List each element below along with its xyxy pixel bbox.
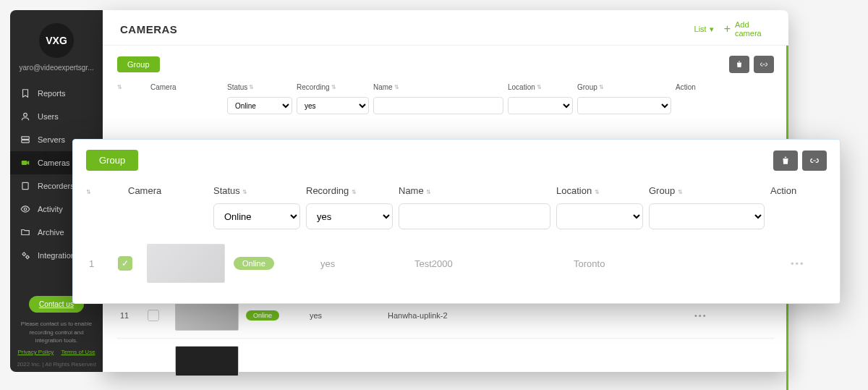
terms-link[interactable]: Terms of Use	[61, 349, 95, 355]
sort-icon[interactable]: ⇅	[678, 189, 683, 195]
sort-icon[interactable]: ⇅	[595, 189, 600, 195]
col-group: Group	[577, 83, 597, 91]
svg-point-6	[23, 253, 26, 256]
user-email: yaro@videoexpertsgr...	[10, 64, 103, 82]
recorder-icon	[20, 181, 30, 191]
sort-icon[interactable]: ⇅	[242, 189, 247, 195]
ov-col-status: Status	[213, 185, 240, 196]
list-view-button[interactable]: List ▾	[694, 25, 714, 34]
ov-col-camera: Camera	[128, 185, 161, 196]
overlay-panel: Group ⇅ Camera Status ⇅ Recording ⇅ Name…	[72, 139, 841, 304]
overlay-group-filter[interactable]	[649, 203, 765, 229]
group-button[interactable]: Group	[117, 56, 160, 72]
overlay-column-headers: ⇅ Camera Status ⇅ Recording ⇅ Name ⇅ Loc…	[86, 182, 827, 199]
folder-icon	[20, 227, 30, 237]
overlay-delete-button[interactable]	[773, 151, 798, 171]
col-status: Status	[227, 83, 247, 91]
overlay-table-row: 1 ✓ Online yes Test2000 Toronto •••	[86, 234, 827, 293]
ov-camera-thumbnail[interactable]	[147, 244, 225, 283]
sort-icon[interactable]: ⇅	[426, 189, 431, 195]
overlay-link-button[interactable]	[802, 151, 827, 171]
eye-icon	[20, 204, 30, 214]
status-filter[interactable]: Online	[227, 97, 292, 114]
filter-row: Online yes	[117, 94, 774, 117]
delete-button[interactable]	[729, 56, 749, 73]
sort-icon[interactable]: ⇅	[394, 84, 399, 90]
row-recording: yes	[310, 311, 382, 320]
bookmark-icon	[20, 88, 30, 98]
footer-links: Privacy Policy Terms of Use	[10, 347, 103, 357]
col-camera: Camera	[150, 83, 176, 91]
svg-point-5	[24, 208, 27, 211]
sidebar-item-label: Reports	[38, 89, 66, 98]
sidebar-item-reports[interactable]: Reports	[10, 82, 103, 105]
add-label: Add camera	[735, 20, 771, 38]
brand-logo: VXG	[39, 23, 74, 58]
ov-col-group: Group	[649, 185, 675, 196]
overlay-location-filter[interactable]	[556, 203, 643, 229]
svg-point-0	[24, 113, 27, 116]
ov-row-actions-menu[interactable]: •••	[791, 258, 834, 269]
overlay-group-button[interactable]: Group	[86, 150, 138, 171]
sort-icon[interactable]: ⇅	[537, 84, 542, 90]
sidebar-item-users[interactable]: Users	[10, 105, 103, 128]
page-title: CAMERAS	[120, 23, 177, 35]
table-row	[117, 339, 774, 383]
group-filter[interactable]	[577, 97, 671, 114]
list-label: List	[694, 25, 707, 33]
sidebar-item-label: Servers	[38, 135, 65, 144]
svg-rect-3	[22, 161, 27, 165]
row-checkbox[interactable]	[148, 310, 159, 321]
toolbar: Group	[117, 56, 774, 73]
user-icon	[20, 111, 30, 122]
recording-filter[interactable]: yes	[297, 97, 369, 114]
column-headers: ⇅ Camera Status⇅ Recording⇅ Name⇅ Locati…	[117, 80, 774, 94]
ov-col-name: Name	[399, 185, 424, 196]
sort-icon[interactable]: ⇅	[352, 189, 357, 195]
add-camera-button[interactable]: + Add camera	[724, 20, 771, 38]
ov-row-recording: yes	[320, 258, 407, 269]
ov-row-checkbox[interactable]: ✓	[118, 256, 132, 271]
svg-point-7	[26, 256, 29, 259]
row-index: 11	[120, 311, 142, 320]
camera-icon	[20, 158, 30, 168]
col-name: Name	[373, 83, 393, 91]
sort-icon[interactable]: ⇅	[117, 84, 122, 90]
chevron-down-icon: ▾	[710, 25, 714, 34]
overlay-recording-filter[interactable]: yes	[306, 203, 393, 229]
copyright: 2022 Inc. | All Rights Reserved	[10, 357, 103, 372]
row-name: Hanwha-uplink-2	[388, 311, 518, 320]
page-header: CAMERAS List ▾ + Add camera	[103, 10, 788, 46]
camera-thumbnail[interactable]	[175, 346, 239, 376]
name-filter[interactable]	[373, 97, 503, 114]
server-icon	[20, 135, 30, 145]
overlay-toolbar: Group	[86, 150, 827, 171]
privacy-link[interactable]: Privacy Policy	[17, 349, 54, 355]
sort-icon[interactable]: ⇅	[86, 189, 91, 195]
ov-col-recording: Recording	[306, 185, 349, 196]
overlay-status-filter[interactable]: Online	[213, 203, 300, 229]
sort-icon[interactable]: ⇅	[331, 84, 336, 90]
camera-thumbnail[interactable]	[175, 300, 239, 331]
link-button[interactable]	[754, 56, 774, 73]
overlay-name-filter[interactable]	[399, 203, 550, 229]
sort-icon[interactable]: ⇅	[599, 84, 604, 90]
sidebar-item-label: Recorders	[38, 182, 75, 190]
location-filter[interactable]	[508, 97, 573, 114]
ov-row-index: 1	[89, 258, 111, 269]
col-recording: Recording	[297, 83, 330, 91]
sort-icon[interactable]: ⇅	[249, 84, 254, 90]
ov-status-badge: Online	[234, 257, 274, 270]
gear-icon	[20, 250, 30, 260]
overlay-filter-row: Online yes	[86, 199, 827, 234]
row-actions-menu[interactable]: •••	[694, 311, 731, 320]
ov-row-name: Test2000	[414, 258, 566, 269]
ov-row-location: Toronto	[574, 258, 660, 269]
status-badge: Online	[246, 310, 279, 321]
col-location: Location	[508, 83, 535, 91]
footer-help-text: Please contact us to enable recording co…	[10, 317, 103, 347]
sidebar-item-label: Users	[38, 112, 59, 121]
ov-col-action: Action	[770, 185, 796, 196]
ov-col-location: Location	[556, 185, 592, 196]
sidebar-item-label: Archive	[38, 228, 64, 237]
